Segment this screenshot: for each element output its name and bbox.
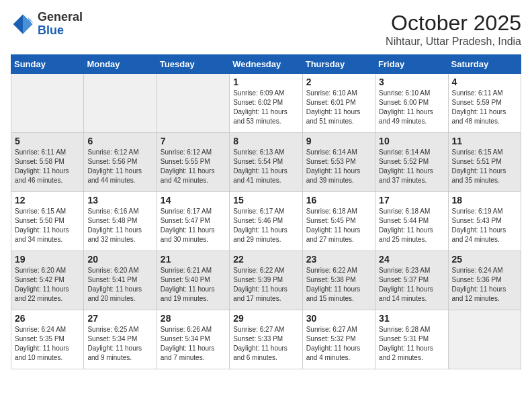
day-number: 24 (379, 254, 444, 265)
day-number: 1 (233, 77, 298, 87)
calendar-cell: 30Sunrise: 6:27 AMSunset: 5:32 PMDayligh… (302, 310, 375, 369)
calendar-cell: 3Sunrise: 6:10 AMSunset: 6:00 PMDaylight… (375, 74, 448, 133)
day-header-thursday: Thursday (302, 55, 375, 74)
calendar-cell (448, 310, 521, 369)
day-number: 29 (233, 313, 298, 324)
day-info: Sunrise: 6:20 AMSunset: 5:42 PMDaylight:… (15, 266, 80, 304)
calendar-cell: 27Sunrise: 6:25 AMSunset: 5:34 PMDayligh… (84, 310, 157, 369)
calendar-week-row: 26Sunrise: 6:24 AMSunset: 5:35 PMDayligh… (11, 310, 521, 369)
day-number: 7 (161, 136, 226, 146)
day-number: 14 (161, 195, 226, 205)
calendar-cell (11, 74, 84, 133)
calendar-cell: 21Sunrise: 6:21 AMSunset: 5:40 PMDayligh… (157, 251, 229, 310)
day-info: Sunrise: 6:24 AMSunset: 5:35 PMDaylight:… (15, 325, 80, 363)
day-number: 6 (87, 136, 152, 146)
calendar-cell: 13Sunrise: 6:16 AMSunset: 5:48 PMDayligh… (84, 192, 157, 251)
day-info: Sunrise: 6:10 AMSunset: 6:00 PMDaylight:… (379, 89, 444, 126)
title-block: October 2025 Nihtaur, Uttar Pradesh, Ind… (386, 11, 521, 48)
calendar-cell: 10Sunrise: 6:14 AMSunset: 5:52 PMDayligh… (375, 133, 448, 192)
day-info: Sunrise: 6:23 AMSunset: 5:37 PMDaylight:… (379, 266, 444, 304)
day-info: Sunrise: 6:09 AMSunset: 6:02 PMDaylight:… (233, 89, 298, 126)
day-number: 13 (87, 195, 152, 205)
calendar-cell: 11Sunrise: 6:15 AMSunset: 5:51 PMDayligh… (448, 133, 521, 192)
day-number: 28 (161, 313, 226, 324)
logo: General Blue (11, 11, 83, 38)
logo-blue: Blue (38, 24, 83, 38)
calendar-cell: 17Sunrise: 6:18 AMSunset: 5:44 PMDayligh… (375, 192, 448, 251)
day-number: 2 (306, 77, 371, 87)
calendar-cell (157, 74, 229, 133)
day-header-sunday: Sunday (11, 55, 84, 74)
calendar-cell: 12Sunrise: 6:15 AMSunset: 5:50 PMDayligh… (11, 192, 84, 251)
day-number: 31 (379, 313, 444, 324)
day-info: Sunrise: 6:11 AMSunset: 5:58 PMDaylight:… (15, 148, 80, 185)
month-title: October 2025 (386, 11, 521, 36)
day-info: Sunrise: 6:12 AMSunset: 5:55 PMDaylight:… (161, 148, 226, 185)
day-number: 17 (379, 195, 444, 205)
calendar-cell: 16Sunrise: 6:18 AMSunset: 5:45 PMDayligh… (302, 192, 375, 251)
day-info: Sunrise: 6:14 AMSunset: 5:53 PMDaylight:… (306, 148, 371, 185)
day-header-monday: Monday (84, 55, 157, 74)
day-info: Sunrise: 6:18 AMSunset: 5:44 PMDaylight:… (379, 207, 444, 244)
day-info: Sunrise: 6:11 AMSunset: 5:59 PMDaylight:… (452, 89, 517, 126)
svg-marker-1 (23, 14, 32, 34)
day-number: 3 (379, 77, 444, 87)
day-header-saturday: Saturday (448, 55, 521, 74)
day-info: Sunrise: 6:15 AMSunset: 5:50 PMDaylight:… (15, 207, 80, 244)
calendar-week-row: 5Sunrise: 6:11 AMSunset: 5:58 PMDaylight… (11, 133, 521, 192)
calendar-cell: 14Sunrise: 6:17 AMSunset: 5:47 PMDayligh… (157, 192, 229, 251)
day-number: 20 (87, 254, 152, 265)
day-info: Sunrise: 6:14 AMSunset: 5:52 PMDaylight:… (379, 148, 444, 185)
calendar-cell: 6Sunrise: 6:12 AMSunset: 5:56 PMDaylight… (84, 133, 157, 192)
day-info: Sunrise: 6:21 AMSunset: 5:40 PMDaylight:… (161, 266, 226, 304)
day-number: 23 (306, 254, 371, 265)
day-number: 15 (233, 195, 298, 205)
day-number: 9 (306, 136, 371, 146)
day-header-tuesday: Tuesday (157, 55, 229, 74)
day-info: Sunrise: 6:27 AMSunset: 5:33 PMDaylight:… (233, 325, 298, 363)
calendar-cell: 28Sunrise: 6:26 AMSunset: 5:34 PMDayligh… (157, 310, 229, 369)
calendar-cell: 31Sunrise: 6:28 AMSunset: 5:31 PMDayligh… (375, 310, 448, 369)
day-number: 21 (161, 254, 226, 265)
calendar-cell: 8Sunrise: 6:13 AMSunset: 5:54 PMDaylight… (230, 133, 302, 192)
day-info: Sunrise: 6:24 AMSunset: 5:36 PMDaylight:… (452, 266, 517, 304)
calendar-header-row: SundayMondayTuesdayWednesdayThursdayFrid… (11, 55, 521, 74)
day-info: Sunrise: 6:10 AMSunset: 6:01 PMDaylight:… (306, 89, 371, 126)
calendar-week-row: 19Sunrise: 6:20 AMSunset: 5:42 PMDayligh… (11, 251, 521, 310)
calendar-week-row: 12Sunrise: 6:15 AMSunset: 5:50 PMDayligh… (11, 192, 521, 251)
logo-general: General (38, 11, 83, 24)
day-info: Sunrise: 6:26 AMSunset: 5:34 PMDaylight:… (161, 325, 226, 363)
calendar-cell: 18Sunrise: 6:19 AMSunset: 5:43 PMDayligh… (448, 192, 521, 251)
day-number: 22 (233, 254, 298, 265)
day-number: 5 (15, 136, 80, 146)
calendar-cell (84, 74, 157, 133)
day-header-friday: Friday (375, 55, 448, 74)
day-info: Sunrise: 6:15 AMSunset: 5:51 PMDaylight:… (452, 148, 517, 185)
calendar-cell: 9Sunrise: 6:14 AMSunset: 5:53 PMDaylight… (302, 133, 375, 192)
day-info: Sunrise: 6:22 AMSunset: 5:39 PMDaylight:… (233, 266, 298, 304)
calendar-cell: 26Sunrise: 6:24 AMSunset: 5:35 PMDayligh… (11, 310, 84, 369)
page-header: General Blue October 2025 Nihtaur, Uttar… (11, 11, 521, 48)
day-info: Sunrise: 6:25 AMSunset: 5:34 PMDaylight:… (87, 325, 152, 363)
calendar-cell: 22Sunrise: 6:22 AMSunset: 5:39 PMDayligh… (230, 251, 302, 310)
calendar-cell: 5Sunrise: 6:11 AMSunset: 5:58 PMDaylight… (11, 133, 84, 192)
day-info: Sunrise: 6:19 AMSunset: 5:43 PMDaylight:… (452, 207, 517, 244)
day-number: 11 (452, 136, 517, 146)
calendar-cell: 20Sunrise: 6:20 AMSunset: 5:41 PMDayligh… (84, 251, 157, 310)
calendar-cell: 7Sunrise: 6:12 AMSunset: 5:55 PMDaylight… (157, 133, 229, 192)
day-info: Sunrise: 6:12 AMSunset: 5:56 PMDaylight:… (87, 148, 152, 185)
calendar-cell: 2Sunrise: 6:10 AMSunset: 6:01 PMDaylight… (302, 74, 375, 133)
calendar-cell: 15Sunrise: 6:17 AMSunset: 5:46 PMDayligh… (230, 192, 302, 251)
day-number: 4 (452, 77, 517, 87)
logo-icon (11, 12, 35, 36)
day-header-wednesday: Wednesday (230, 55, 302, 74)
day-info: Sunrise: 6:28 AMSunset: 5:31 PMDaylight:… (379, 325, 444, 363)
day-info: Sunrise: 6:20 AMSunset: 5:41 PMDaylight:… (87, 266, 152, 304)
day-info: Sunrise: 6:27 AMSunset: 5:32 PMDaylight:… (306, 325, 371, 363)
calendar-cell: 29Sunrise: 6:27 AMSunset: 5:33 PMDayligh… (230, 310, 302, 369)
calendar-cell: 1Sunrise: 6:09 AMSunset: 6:02 PMDaylight… (230, 74, 302, 133)
location: Nihtaur, Uttar Pradesh, India (386, 36, 521, 48)
calendar-table: SundayMondayTuesdayWednesdayThursdayFrid… (11, 54, 521, 369)
day-number: 12 (15, 195, 80, 205)
day-info: Sunrise: 6:13 AMSunset: 5:54 PMDaylight:… (233, 148, 298, 185)
